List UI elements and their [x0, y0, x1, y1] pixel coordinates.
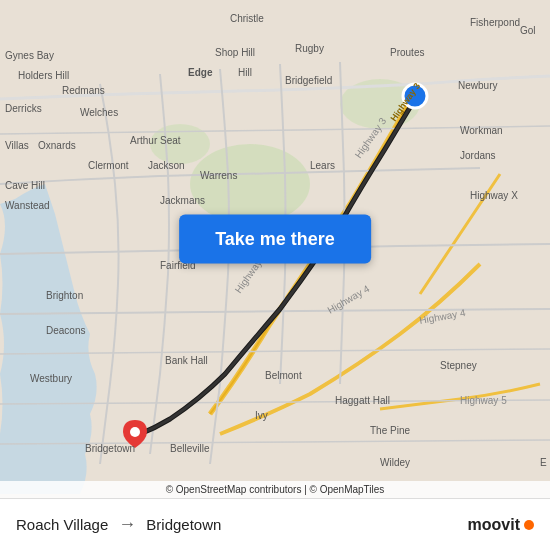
svg-text:Fisherpond: Fisherpond	[470, 17, 520, 28]
svg-text:Cave Hill: Cave Hill	[5, 180, 45, 191]
svg-text:Villas: Villas	[5, 140, 29, 151]
svg-text:Shop Hill: Shop Hill	[215, 47, 255, 58]
svg-text:Bridgefield: Bridgefield	[285, 75, 332, 86]
svg-text:Jackson: Jackson	[148, 160, 185, 171]
take-me-there-button[interactable]: Take me there	[179, 215, 371, 264]
svg-text:Arthur Seat: Arthur Seat	[130, 135, 181, 146]
svg-text:Haggatt Hall: Haggatt Hall	[335, 395, 390, 406]
svg-text:Christle: Christle	[230, 13, 264, 24]
app-container: Christle Fisherpond Shop Hill Rugby Prou…	[0, 0, 550, 550]
svg-text:Holders Hill: Holders Hill	[18, 70, 69, 81]
moovit-logo: moovit	[468, 516, 534, 534]
map-attribution: © OpenStreetMap contributors | © OpenMap…	[0, 481, 550, 498]
svg-text:Gynes Bay: Gynes Bay	[5, 50, 54, 61]
route-from-label: Roach Village	[16, 516, 108, 533]
svg-text:Derricks: Derricks	[5, 103, 42, 114]
svg-text:The Pine: The Pine	[370, 425, 410, 436]
svg-text:Highway X: Highway X	[470, 190, 518, 201]
svg-text:E: E	[540, 457, 547, 468]
svg-text:Clermont: Clermont	[88, 160, 129, 171]
svg-text:Proutes: Proutes	[390, 47, 424, 58]
svg-text:Newbury: Newbury	[458, 80, 497, 91]
svg-text:Hill: Hill	[238, 67, 252, 78]
svg-text:Highway 5: Highway 5	[460, 395, 507, 406]
route-to-label: Bridgetown	[146, 516, 221, 533]
moovit-wordmark: moovit	[468, 516, 520, 534]
svg-text:Wanstead: Wanstead	[5, 200, 50, 211]
svg-text:Belleville: Belleville	[170, 443, 210, 454]
svg-text:Warrens: Warrens	[200, 170, 237, 181]
svg-text:Westbury: Westbury	[30, 373, 72, 384]
svg-text:Bridgetown: Bridgetown	[85, 443, 135, 454]
svg-text:Welches: Welches	[80, 107, 118, 118]
svg-text:Oxnards: Oxnards	[38, 140, 76, 151]
svg-text:Brighton: Brighton	[46, 290, 83, 301]
svg-text:Jordans: Jordans	[460, 150, 496, 161]
svg-text:Bank Hall: Bank Hall	[165, 355, 208, 366]
svg-point-1	[190, 144, 310, 224]
svg-text:Wildey: Wildey	[380, 457, 410, 468]
svg-point-6	[130, 427, 140, 437]
svg-text:Ivy: Ivy	[255, 410, 268, 421]
moovit-dot-icon	[524, 520, 534, 530]
svg-text:Jackmans: Jackmans	[160, 195, 205, 206]
map-view: Christle Fisherpond Shop Hill Rugby Prou…	[0, 0, 550, 498]
svg-text:Gol: Gol	[520, 25, 536, 36]
route-arrow-icon: →	[118, 514, 136, 535]
svg-text:Redmans: Redmans	[62, 85, 105, 96]
svg-text:Workman: Workman	[460, 125, 503, 136]
bottom-bar: Roach Village → Bridgetown moovit	[0, 498, 550, 550]
svg-text:Deacons: Deacons	[46, 325, 85, 336]
svg-text:Rugby: Rugby	[295, 43, 324, 54]
svg-text:Belmont: Belmont	[265, 370, 302, 381]
svg-text:Edge: Edge	[188, 67, 213, 78]
svg-text:Lears: Lears	[310, 160, 335, 171]
svg-text:Stepney: Stepney	[440, 360, 477, 371]
